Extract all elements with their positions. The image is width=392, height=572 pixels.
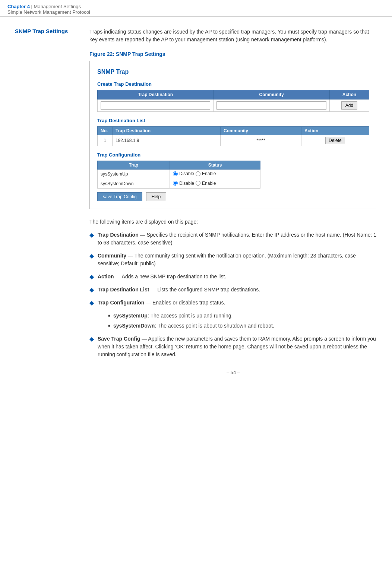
- trap-status: Disable Enable: [170, 170, 260, 179]
- delete-button[interactable]: Delete: [325, 137, 345, 144]
- action-cell: Add: [329, 99, 369, 112]
- bullet-text: Trap Destination — Specifies the recipie…: [98, 231, 377, 247]
- community-cell: [214, 99, 329, 112]
- disable-radio[interactable]: [173, 181, 178, 186]
- enable-radio[interactable]: [196, 171, 200, 176]
- chapter-topic: Management Settings: [34, 4, 81, 9]
- trap-config-table: Trap Status sysSystemUp Disable Enable s…: [97, 161, 260, 189]
- description-list: The following items are displayed on thi…: [89, 218, 377, 358]
- sub-bullet-items: ■ sysSystemUp: The access point is up an…: [101, 312, 377, 330]
- col-trap-dest: Trap Destination: [113, 127, 221, 135]
- page-header: Chapter 4 | Management Settings Simple N…: [0, 0, 392, 17]
- sub-bullet-label: sysSystemDown: [113, 323, 155, 329]
- help-button[interactable]: Help: [146, 192, 167, 201]
- snmp-trap-title: SNMP Trap: [97, 69, 369, 75]
- col-community-list: Community: [221, 127, 301, 135]
- col-action-list: Action: [301, 127, 369, 135]
- sub-bullet-square-icon: ■: [108, 323, 110, 328]
- bullet-text: Trap Configuration — Enables or disables…: [98, 299, 225, 307]
- trap-destination-cell: [98, 99, 214, 112]
- sub-bullet-text: sysSystemDown: The access point is about…: [113, 322, 274, 330]
- trap-dest-list-heading: Trap Destination List: [97, 118, 369, 123]
- disable-label: Disable: [179, 171, 194, 176]
- bullet-label: Trap Configuration: [98, 300, 144, 306]
- bullet-text: Action — Adds a new SNMP trap destinatio…: [98, 273, 226, 281]
- radio-group: Disable Enable: [173, 171, 216, 176]
- bullet-diamond-icon: ◆: [89, 231, 94, 238]
- row-action: Delete: [301, 135, 369, 146]
- trap-config-buttons: save Trap Config Help: [97, 192, 369, 201]
- disable-radio[interactable]: [173, 171, 178, 176]
- bullet-desc: — Enables or disables trap status.: [146, 300, 225, 306]
- bullet-item: ◆ Community — The community string sent …: [89, 252, 377, 268]
- trap-dest-list-table: No. Trap Destination Community Action 1 …: [97, 126, 369, 146]
- bullet-item: ◆ Trap Destination List — Lists the conf…: [89, 286, 377, 294]
- bullet-text: Community — The community string sent wi…: [98, 252, 377, 268]
- add-button[interactable]: Add: [341, 101, 357, 110]
- col-community: Community: [214, 90, 329, 99]
- bullet-desc: — Specifies the recipient of SNMP notifi…: [98, 232, 376, 246]
- radio-group: Disable Enable: [173, 181, 216, 186]
- chapter-subtitle: Simple Network Management Protocol: [7, 9, 385, 15]
- sub-bullet-text: sysSystemUp: The access point is up and …: [113, 312, 233, 320]
- section-title: SNMP Trap Settings: [15, 28, 89, 34]
- sub-bullet-square-icon: ■: [108, 313, 110, 317]
- bullet-diamond-icon: ◆: [89, 335, 94, 342]
- create-trap-table: Trap Destination Community Action: [97, 90, 369, 112]
- row-community: *****: [221, 135, 301, 146]
- bullet-label: Community: [98, 253, 126, 259]
- figure-title: Figure 22: SNMP Trap Settings: [89, 51, 377, 57]
- bullet-text: Trap Destination List — Lists the config…: [98, 286, 260, 294]
- col-trap-destination: Trap Destination: [98, 90, 214, 99]
- community-input[interactable]: [216, 101, 326, 110]
- col-status: Status: [170, 161, 260, 170]
- last-bullet-label: Save Trap Config: [98, 336, 140, 342]
- bullet-diamond-icon: ◆: [89, 286, 94, 293]
- header-separator: |: [30, 4, 34, 9]
- table-row: 1 192.168.1.9 ***** Delete: [98, 135, 369, 146]
- last-bullet-text: Save Trap Config — Applies the new param…: [98, 335, 377, 358]
- trap-name: sysSystemDown: [98, 179, 170, 189]
- figure-box: SNMP Trap Create Trap Destination Trap D…: [89, 61, 377, 209]
- row-destination: 192.168.1.9: [113, 135, 221, 146]
- enable-label: Enable: [202, 171, 216, 176]
- col-trap-config: Trap: [98, 161, 170, 170]
- bullet-item: ◆ Trap Destination — Specifies the recip…: [89, 231, 377, 247]
- bullet-diamond-icon: ◆: [89, 273, 94, 280]
- trap-status: Disable Enable: [170, 179, 260, 189]
- chapter-header: Chapter 4 | Management Settings: [7, 4, 385, 9]
- main-content: SNMP Trap Settings Traps indicating stat…: [0, 17, 392, 390]
- bullet-desc: — Lists the configured SNMP trap destina…: [151, 287, 260, 293]
- sub-bullet-desc: : The access point is about to shutdown …: [155, 323, 274, 329]
- last-bullet-item: ◆ Save Trap Config — Applies the new par…: [89, 335, 377, 358]
- trap-name: sysSystemUp: [98, 170, 170, 179]
- intro-paragraph: Traps indicating status changes are issu…: [89, 28, 377, 44]
- trap-config-heading: Trap Configuration: [97, 152, 369, 158]
- page-number: – 54 –: [89, 370, 377, 375]
- bullet-diamond-icon: ◆: [89, 299, 94, 306]
- bullet-item: ◆ Action — Adds a new SNMP trap destinat…: [89, 273, 377, 281]
- sub-bullet-desc: : The access point is up and running.: [148, 313, 233, 319]
- create-trap-heading: Create Trap Destination: [97, 81, 369, 87]
- sub-bullet-item: ■ sysSystemDown: The access point is abo…: [108, 322, 377, 330]
- bullet-item: ◆ Trap Configuration — Enables or disabl…: [89, 299, 377, 307]
- bullet-items: ◆ Trap Destination — Specifies the recip…: [89, 231, 377, 307]
- bullet-label: Trap Destination: [98, 232, 139, 238]
- col-action: Action: [329, 90, 369, 99]
- trap-config-section: Trap Configuration Trap Status sysSystem…: [97, 152, 369, 201]
- create-trap-row: Add: [98, 99, 369, 112]
- bullet-diamond-icon: ◆: [89, 252, 94, 259]
- disable-label: Disable: [179, 181, 194, 186]
- enable-label: Enable: [202, 181, 216, 186]
- bullet-desc: — Adds a new SNMP trap destination to th…: [115, 274, 226, 279]
- trap-destination-input[interactable]: [101, 101, 210, 110]
- description-intro: The following items are displayed on thi…: [89, 218, 377, 226]
- sub-bullet-label: sysSystemUp: [113, 313, 148, 319]
- enable-radio[interactable]: [196, 181, 200, 186]
- bullet-label: Action: [98, 274, 114, 279]
- chapter-label: Chapter 4: [7, 4, 30, 9]
- save-trap-config-button[interactable]: save Trap Config: [97, 192, 142, 201]
- table-row: sysSystemUp Disable Enable: [98, 170, 260, 179]
- right-content: Traps indicating status changes are issu…: [89, 28, 377, 375]
- bullet-label: Trap Destination List: [98, 287, 149, 293]
